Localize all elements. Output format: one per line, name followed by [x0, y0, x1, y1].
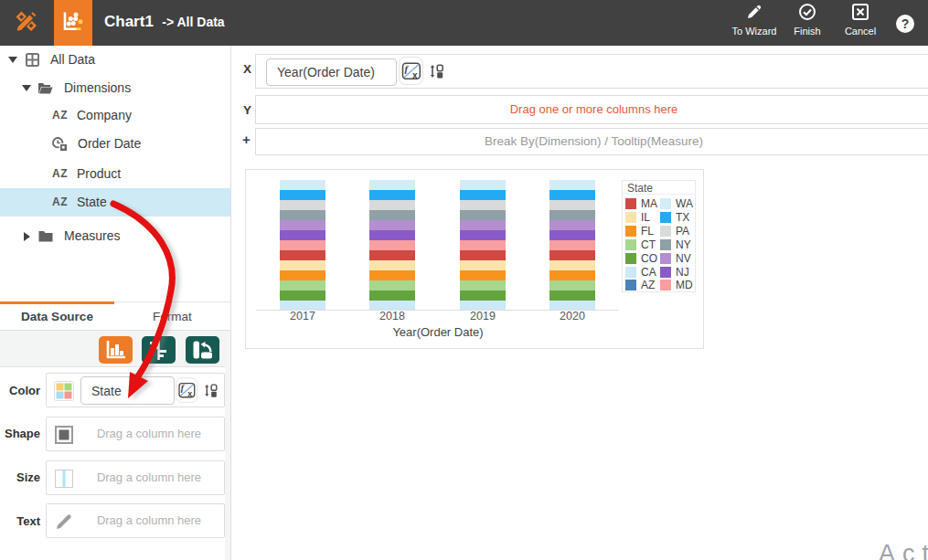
svg-text:x: x [187, 389, 192, 398]
svg-text:x: x [412, 69, 418, 79]
